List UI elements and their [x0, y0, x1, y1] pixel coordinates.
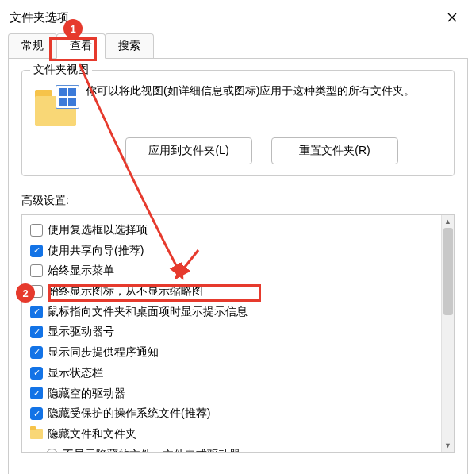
scroll-up-button[interactable]: ▲: [442, 215, 454, 228]
advanced-item[interactable]: 显示驱动器号: [29, 322, 435, 342]
advanced-item[interactable]: 隐藏受保护的操作系统文件(推荐): [29, 403, 435, 424]
checkbox[interactable]: [30, 264, 43, 277]
folder-thumbnail-icon: [35, 85, 76, 126]
item-label: 不显示隐藏的文件、文件夹或驱动器: [63, 446, 240, 452]
checkbox[interactable]: [30, 224, 43, 237]
annotation-badge-2: 2: [16, 283, 35, 303]
checkbox[interactable]: [30, 326, 43, 338]
item-label: 显示同步提供程序通知: [48, 344, 159, 361]
radio[interactable]: [46, 449, 58, 452]
item-label: 隐藏文件和文件夹: [48, 426, 136, 443]
advanced-item[interactable]: 鼠标指向文件夹和桌面项时显示提示信息: [29, 302, 435, 322]
tab-general[interactable]: 常规: [8, 33, 57, 59]
advanced-item[interactable]: 显示状态栏: [29, 363, 435, 383]
advanced-item[interactable]: 使用复选框以选择项: [29, 220, 435, 241]
apply-to-folders-button[interactable]: 应用到文件夹(L): [125, 137, 252, 164]
item-label: 隐藏受保护的操作系统文件(推荐): [48, 405, 210, 422]
folder-icon: [30, 429, 43, 439]
tab-view[interactable]: 查看: [56, 33, 106, 59]
scroll-down-button[interactable]: ▼: [442, 439, 454, 452]
item-label: 始终显示图标，从不显示缩略图: [48, 283, 203, 300]
scroll-thumb[interactable]: [443, 228, 453, 315]
checkbox[interactable]: [30, 245, 43, 257]
checkbox[interactable]: [30, 346, 43, 359]
item-label: 鼠标指向文件夹和桌面项时显示提示信息: [48, 303, 248, 321]
close-button[interactable]: [438, 6, 466, 29]
tab-panel-view: 文件夹视图 你可以将此视图(如详细信息或图标)应用于这种类型的所有文件夹。 应用…: [8, 58, 468, 474]
advanced-item[interactable]: 始终显示图标，从不显示缩略图: [29, 281, 435, 302]
folder-views-group: 文件夹视图 你可以将此视图(如详细信息或图标)应用于这种类型的所有文件夹。 应用…: [21, 70, 455, 176]
advanced-settings-label: 高级设置:: [21, 194, 455, 208]
checkbox[interactable]: [30, 387, 43, 399]
advanced-item[interactable]: 隐藏空的驱动器: [29, 383, 435, 404]
checkbox[interactable]: [30, 306, 43, 318]
item-label: 隐藏空的驱动器: [48, 385, 125, 403]
checkbox[interactable]: [30, 367, 43, 380]
advanced-item[interactable]: 始终显示菜单: [29, 260, 435, 281]
advanced-item[interactable]: 不显示隐藏的文件、文件夹或驱动器: [29, 445, 435, 452]
folder-views-desc: 你可以将此视图(如详细信息或图标)应用于这种类型的所有文件夹。: [86, 82, 441, 101]
item-label: 使用复选框以选择项: [48, 222, 148, 239]
advanced-item[interactable]: 显示同步提供程序通知: [29, 342, 435, 363]
advanced-item[interactable]: 隐藏文件和文件夹: [29, 424, 435, 445]
item-label: 使用共享向导(推荐): [48, 242, 144, 260]
advanced-item[interactable]: 使用共享向导(推荐): [29, 241, 435, 261]
item-label: 显示驱动器号: [48, 323, 114, 341]
annotation-badge-1: 1: [63, 19, 83, 38]
reset-folders-button[interactable]: 重置文件夹(R): [271, 137, 398, 164]
checkbox[interactable]: [30, 407, 43, 420]
advanced-settings-list: 使用复选框以选择项使用共享向导(推荐)始终显示菜单始终显示图标，从不显示缩略图鼠…: [21, 214, 455, 453]
close-icon: [447, 13, 457, 22]
folder-views-legend: 文件夹视图: [30, 63, 92, 77]
tab-search[interactable]: 搜索: [105, 33, 154, 59]
scrollbar[interactable]: ▲ ▼: [441, 215, 454, 452]
window-title: 文件夹选项: [10, 10, 69, 25]
item-label: 始终显示菜单: [48, 262, 114, 279]
item-label: 显示状态栏: [48, 364, 103, 382]
